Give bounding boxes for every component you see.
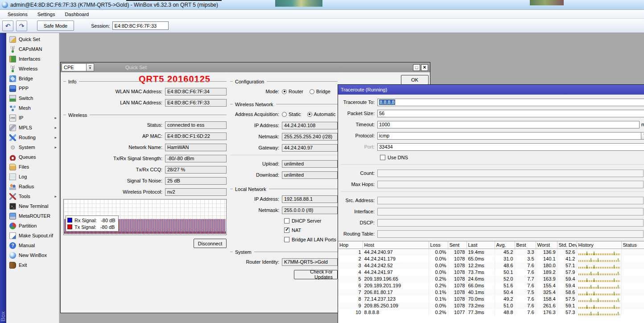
sidebar-item[interactable]: MetaROUTER <box>6 211 59 221</box>
combo-arrow-icon[interactable] <box>642 171 644 175</box>
input-field[interactable]: 44.24.240.97 <box>282 144 338 152</box>
sidebar-item[interactable]: Switch <box>6 93 59 103</box>
sidebar-item[interactable]: IP <box>6 113 59 123</box>
radio-option[interactable]: Bridge <box>310 89 330 94</box>
radius-icon <box>9 183 16 190</box>
sidebar-item[interactable]: Queues <box>6 152 59 162</box>
input-field[interactable]: 33434 <box>377 143 644 151</box>
traceroute-hop-row[interactable]: 7 206.81.80.17 0.1% 1078 40.1ms 50.4 7.5… <box>338 289 644 296</box>
input-field[interactable]: icmp <box>377 132 641 140</box>
sidebar-item[interactable]: Exit <box>6 260 59 270</box>
traceroute-hop-row[interactable]: 1 44.24.240.97 0.0% 1078 19.4ms 45.2 3.3… <box>338 248 644 256</box>
combo-input-field[interactable] <box>377 219 644 227</box>
dropdown-arrow-icon[interactable] <box>641 132 644 140</box>
column-header[interactable]: Host <box>363 241 429 248</box>
sidebar-item[interactable]: Mesh <box>6 103 59 113</box>
column-header[interactable]: Hop <box>338 241 363 248</box>
input-field[interactable]: 44.24.240.108 <box>282 122 338 129</box>
column-header[interactable]: Sent <box>448 241 466 248</box>
combo-input-field[interactable] <box>377 181 644 188</box>
checkbox-option[interactable]: Bridge All LAN Ports <box>284 236 338 243</box>
sidebar-item[interactable]: CAPsMAN <box>6 44 59 54</box>
input-field[interactable]: 255.0.0.0 (/8) <box>282 207 338 214</box>
info-group-header: Info <box>63 79 227 84</box>
sidebar-item[interactable]: MPLS <box>6 123 59 133</box>
column-header[interactable]: Status <box>621 241 644 248</box>
column-header[interactable]: History <box>577 241 621 248</box>
sidebar-item[interactable]: New WinBox <box>6 250 59 260</box>
input-field[interactable]: 8.8.8.8 <box>377 99 644 106</box>
combo-arrow-icon[interactable] <box>642 199 644 203</box>
sidebar-item[interactable]: Quick Set <box>6 34 59 44</box>
radio-option[interactable]: Router <box>282 89 303 94</box>
input-field[interactable]: K7MM-QRT5->Gold <box>282 258 338 266</box>
input-field[interactable]: 56 <box>377 110 644 117</box>
menu-item[interactable]: Dashboard <box>60 10 94 18</box>
sidebar-item[interactable]: Wireless <box>6 64 59 74</box>
ok-button[interactable]: OK <box>401 75 429 85</box>
sidebar-item[interactable]: Log <box>6 172 59 182</box>
quickset-titlebar[interactable]: CPE Quick Set <box>61 62 430 72</box>
combo-input-field[interactable] <box>377 208 644 215</box>
traceroute-titlebar[interactable]: Traceroute (Running) <box>338 85 644 95</box>
checkbox-option[interactable]: NAT <box>284 227 338 233</box>
menu-bar: Sessions Settings Dashboard <box>0 10 644 19</box>
input-field[interactable]: 192.168.88.1 <box>282 195 338 203</box>
capsman-icon <box>9 46 16 53</box>
input-field[interactable]: unlimited <box>282 160 338 168</box>
redo-button[interactable] <box>16 21 27 31</box>
traceroute-hop-row[interactable]: 10 8.8.8.8 0.2% 1077 77.3ms 48.8 7.6 176… <box>338 309 644 316</box>
combo-arrow-icon[interactable] <box>642 210 644 214</box>
sidebar-item[interactable]: Make Supout.rif <box>6 231 59 240</box>
combo-arrow-icon[interactable] <box>642 182 644 186</box>
sidebar-item[interactable]: Files <box>6 162 59 172</box>
combo-input-field[interactable] <box>377 170 644 177</box>
traceroute-hop-row[interactable]: 9 209.85.250.109 0.0% 1078 73.2ms 51.0 7… <box>338 302 644 309</box>
traceroute-hop-row[interactable]: 8 72.14.237.123 0.1% 1078 70.0ms 49.2 7.… <box>338 296 644 302</box>
combo-arrow-icon[interactable] <box>642 232 644 236</box>
sidebar-item[interactable]: Partition <box>6 221 59 231</box>
sidebar-item[interactable]: Tools <box>6 191 59 201</box>
combo-input-field[interactable] <box>377 230 644 238</box>
input-field[interactable]: 255.255.255.240 (/28) <box>282 133 338 141</box>
make-supout-icon <box>9 232 16 239</box>
column-header[interactable]: Avg. <box>495 241 515 248</box>
disconnect-button[interactable]: Disconnect <box>194 239 227 248</box>
radio-option[interactable]: Static <box>282 112 301 117</box>
radio-option[interactable]: Automatic <box>307 112 336 117</box>
traceroute-hop-row[interactable]: 4 44.24.241.97 0.0% 1078 73.7ms 50.1 7.6… <box>338 269 644 276</box>
traceroute-hop-row[interactable]: 3 44.24.242.52 0.0% 1078 12.2ms 48.6 7.6… <box>338 262 644 269</box>
undo-button[interactable] <box>2 21 13 31</box>
traceroute-hop-row[interactable]: 2 44.24.241.179 0.0% 1078 65.0ms 31.0 3.… <box>338 256 644 262</box>
safe-mode-button[interactable]: Safe Mode <box>37 21 74 31</box>
sidebar-item[interactable]: System <box>6 142 59 152</box>
sidebar-item[interactable]: Manual <box>6 240 59 250</box>
sidebar-item[interactable]: New Terminal <box>6 201 59 211</box>
sidebar-item[interactable]: Routing <box>6 133 59 142</box>
sidebar-item[interactable]: Interfaces <box>6 54 59 64</box>
close-button[interactable] <box>421 64 428 71</box>
checkbox-option[interactable]: DHCP Server <box>284 217 338 224</box>
menu-item[interactable]: Sessions <box>3 10 33 18</box>
column-header[interactable]: Best <box>515 241 536 248</box>
quickset-mode-select[interactable]: CPE <box>62 63 87 71</box>
input-field[interactable]: unlimited <box>282 171 338 179</box>
check-for-updates-button[interactable]: Check For Updates <box>294 270 338 279</box>
session-input[interactable]: E4:8D:8C:F6:7F:33 <box>112 21 169 30</box>
combo-input-field[interactable] <box>377 197 644 204</box>
maximize-button[interactable] <box>413 64 420 71</box>
sidebar-item[interactable]: PPP <box>6 83 59 93</box>
sidebar-item[interactable]: Radius <box>6 182 59 191</box>
column-header[interactable]: Last <box>466 241 495 248</box>
column-header[interactable]: Std. Dev. <box>557 241 577 248</box>
traceroute-hop-row[interactable]: 6 209.189.201.199 0.2% 1078 66.0ms 51.6 … <box>338 282 644 289</box>
menu-item[interactable]: Settings <box>33 10 60 18</box>
column-header[interactable]: Worst <box>536 241 557 248</box>
traceroute-hop-row[interactable]: 5 209.189.196.65 0.2% 1078 24.6ms 52.0 7… <box>338 276 644 282</box>
sidebar-item[interactable]: Bridge <box>6 74 59 83</box>
column-header[interactable]: Loss <box>429 241 448 248</box>
use-dns-checkbox[interactable]: Use DNS <box>380 154 644 161</box>
input-field[interactable]: 1000 <box>377 121 640 128</box>
combo-arrow-icon[interactable] <box>642 221 644 225</box>
dropdown-arrow-icon[interactable] <box>87 63 94 71</box>
